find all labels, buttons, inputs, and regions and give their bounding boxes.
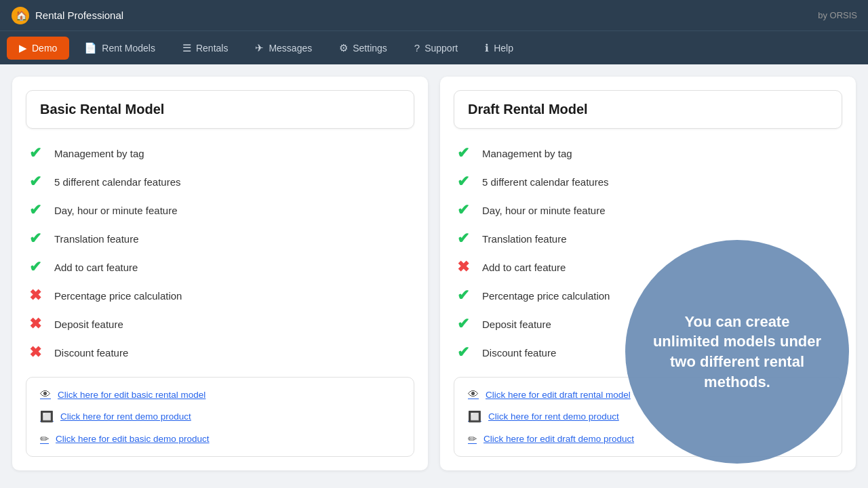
tooltip-text: You can create unlimited models under tw… [652,312,822,392]
list-item: ✖ Percentage price calculation [26,286,414,305]
edit-icon: ✏ [40,432,49,445]
support-icon: ? [414,42,420,54]
check-icon: ✔ [454,201,473,220]
link-label: Click here for edit draft rental model [486,390,631,400]
feature-label: Add to cart feature [54,262,138,273]
check-icon: ✔ [454,314,473,333]
feature-label: Translation feature [54,233,139,245]
nav-label-help: Help [494,43,513,54]
check-icon: ✔ [454,286,473,305]
feature-label: Deposit feature [54,319,123,330]
list-item: ✔ 5 different calendar features [26,172,414,191]
feature-label: 5 different calendar features [482,176,609,188]
eye-icon: 👁 [40,388,51,401]
rent-icon: 🔲 [40,410,54,423]
nav-bar: ▶ Demo 📄 Rent Models ☰ Rentals ✈ Message… [0,30,868,64]
feature-label: Management by tag [54,148,144,159]
list-item: ✔ Translation feature [454,229,842,248]
svg-text:🏠: 🏠 [16,10,28,22]
edit-icon: ✏ [468,432,477,445]
link-edit-basic[interactable]: 👁 Click here for edit basic rental model [40,388,400,401]
check-icon: ✔ [26,172,45,191]
rentals-icon: ☰ [182,42,191,54]
help-icon: ℹ [485,42,489,54]
settings-icon: ⚙ [339,42,348,54]
link-edit-basic-demo[interactable]: ✏ Click here for edit basic demo product [40,432,400,445]
feature-label: Day, hour or minute feature [54,205,177,216]
check-icon: ✔ [26,201,45,220]
check-icon: ✖ [26,314,45,333]
top-bar: 🏠 Rental Professional by ORSIS [0,0,868,30]
feature-label: Management by tag [482,148,572,159]
nav-item-rent-models[interactable]: 📄 Rent Models [72,37,167,60]
nav-label-demo: Demo [32,43,57,54]
tooltip-bubble: You can create unlimited models under tw… [625,240,849,464]
nav-label-rent-models: Rent Models [102,43,155,54]
feature-label: Add to cart feature [482,262,566,273]
nav-label-rentals: Rentals [196,43,228,54]
nav-label-support: Support [425,43,458,54]
rent-icon: 🔲 [468,410,481,423]
nav-item-settings[interactable]: ⚙ Settings [327,37,399,60]
list-item: ✖ Discount feature [26,343,414,362]
check-icon: ✔ [454,172,473,191]
right-model-title-box: Draft Rental Model [454,90,842,129]
check-icon: ✔ [454,229,473,248]
link-label: Click here for rent demo product [60,411,191,422]
check-icon: ✖ [26,286,45,305]
feature-label: Discount feature [482,347,556,359]
list-item: ✔ Add to cart feature [26,258,414,277]
check-icon: ✖ [26,343,45,362]
left-feature-list: ✔ Management by tag ✔ 5 different calend… [26,144,414,362]
main-content: Basic Rental Model ✔ Management by tag ✔… [0,64,868,483]
list-item: ✔ Translation feature [26,229,414,248]
list-item: ✔ Day, hour or minute feature [26,201,414,220]
eye-icon: 👁 [468,388,479,401]
check-icon: ✔ [454,144,473,163]
check-icon: ✔ [454,343,473,362]
list-item: ✖ Deposit feature [26,314,414,333]
nav-item-messages[interactable]: ✈ Messages [243,37,324,60]
brand-icon: 🏠 [11,6,30,25]
byline: by ORSIS [818,10,857,20]
link-rent-demo-basic[interactable]: 🔲 Click here for rent demo product [40,410,400,423]
brand-name: Rental Professional [35,9,123,21]
nav-item-help[interactable]: ℹ Help [473,37,526,60]
check-icon: ✔ [26,229,45,248]
link-label: Click here for edit basic demo product [56,434,210,444]
list-item: ✔ Management by tag [26,144,414,163]
feature-label: Deposit feature [482,319,551,330]
feature-label: Translation feature [482,233,567,245]
rent-models-icon: 📄 [84,42,97,54]
demo-icon: ▶ [19,42,27,54]
feature-label: Percentage price calculation [54,290,182,302]
link-label: Click here for edit basic rental model [58,390,205,400]
right-model-card: Draft Rental Model ✔ Management by tag ✔… [440,77,856,470]
feature-label: Percentage price calculation [482,290,610,302]
nav-label-settings: Settings [353,43,387,54]
left-model-card: Basic Rental Model ✔ Management by tag ✔… [12,77,428,470]
brand: 🏠 Rental Professional [11,6,123,25]
link-label: Click here for edit draft demo product [484,434,634,444]
list-item: ✔ Management by tag [454,144,842,163]
left-links-box: 👁 Click here for edit basic rental model… [26,377,414,457]
link-label: Click here for rent demo product [488,411,619,422]
check-icon: ✔ [26,258,45,277]
nav-item-support[interactable]: ? Support [402,37,470,59]
list-item: ✔ Day, hour or minute feature [454,201,842,220]
feature-label: Discount feature [54,347,128,359]
check-icon: ✖ [454,258,473,277]
messages-icon: ✈ [255,42,264,54]
left-model-title: Basic Rental Model [40,102,164,117]
feature-label: 5 different calendar features [54,176,181,188]
list-item: ✔ 5 different calendar features [454,172,842,191]
feature-label: Day, hour or minute feature [482,205,605,216]
check-icon: ✔ [26,144,45,163]
nav-item-demo[interactable]: ▶ Demo [7,37,69,60]
nav-label-messages: Messages [269,43,312,54]
right-model-title: Draft Rental Model [468,102,588,117]
left-model-title-box: Basic Rental Model [26,90,414,129]
nav-item-rentals[interactable]: ☰ Rentals [170,37,240,60]
